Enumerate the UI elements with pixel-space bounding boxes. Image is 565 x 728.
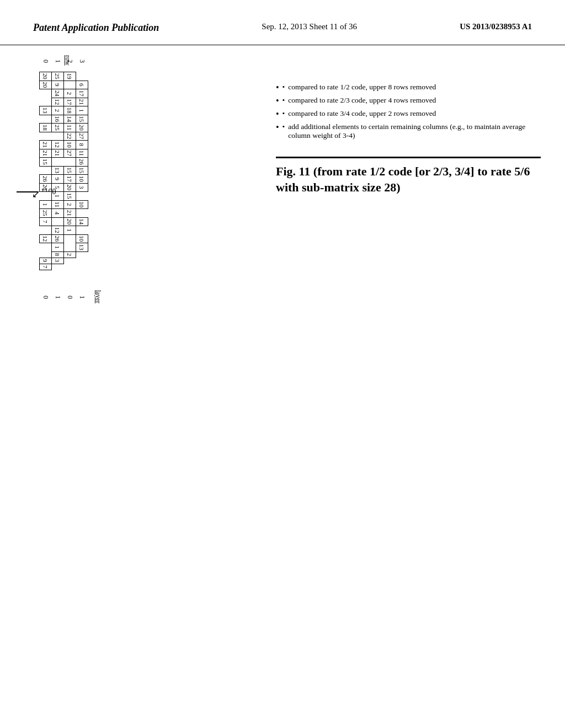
matrix-figure-area: row layer 1 0 1 0 3 2 1 0 6172111520 [55, 61, 287, 447]
bullet-marker-2: • [282, 96, 285, 106]
row-idx-3: 3 [76, 60, 88, 63]
parity-check-matrix: 617211152027811261510310141013 192171814… [39, 72, 88, 270]
bullet-points: • compared to rate 1/2 code, upper 8 row… [276, 83, 541, 140]
bullet-item-2: • compared to rate 2/3 code, upper 4 row… [276, 96, 541, 106]
layer-axis-label: layer [94, 290, 102, 303]
bullet-item-1: • compared to rate 1/2 code, upper 8 row… [276, 83, 541, 93]
row-index-labels: 3 2 1 0 [40, 60, 88, 63]
bullet-item-4: • add additional elements to certain rem… [276, 122, 541, 140]
bullet-marker-3: • [282, 109, 285, 119]
matrix-row-2: 19217181411221027151720152212012 [64, 72, 76, 270]
figure-caption: Fig. 11 (from rate 1/2 code [or 2/3, 3/4… [276, 157, 541, 195]
page-header: Patent Application Publication Sep. 12, … [0, 0, 565, 45]
publication-date-sheet: Sep. 12, 2013 Sheet 11 of 36 [262, 22, 357, 31]
bullet-item-3: • compared to rate 3/4 code, upper 2 row… [276, 109, 541, 119]
row-idx-0: 0 [40, 60, 52, 63]
matrix-row-0: 20201318212115262612571297 [40, 72, 52, 270]
layer-val-3: 0 [40, 296, 52, 299]
bullet-marker-1: • [282, 83, 285, 93]
publication-title: Patent Application Publication [33, 22, 159, 34]
row-idx-1: 1 [52, 60, 64, 63]
row-idx-2: 2 [64, 60, 76, 63]
layer-values: 1 0 1 0 [40, 296, 88, 299]
matrix-row-1: 2592412216251221139511141226183 [52, 72, 64, 270]
arrow-line: ↙ [17, 191, 39, 192]
layer-val-2: 1 [52, 296, 64, 299]
publication-number: US 2013/0238953 A1 [460, 22, 532, 31]
bullet-marker-4: • [282, 122, 285, 140]
layer-val-0: 1 [76, 296, 88, 299]
right-content-area: • compared to rate 1/2 code, upper 8 row… [276, 83, 541, 195]
layer-val-1: 0 [64, 296, 76, 299]
matrix-row-3: 617211152027811261510310141013 [76, 72, 88, 270]
